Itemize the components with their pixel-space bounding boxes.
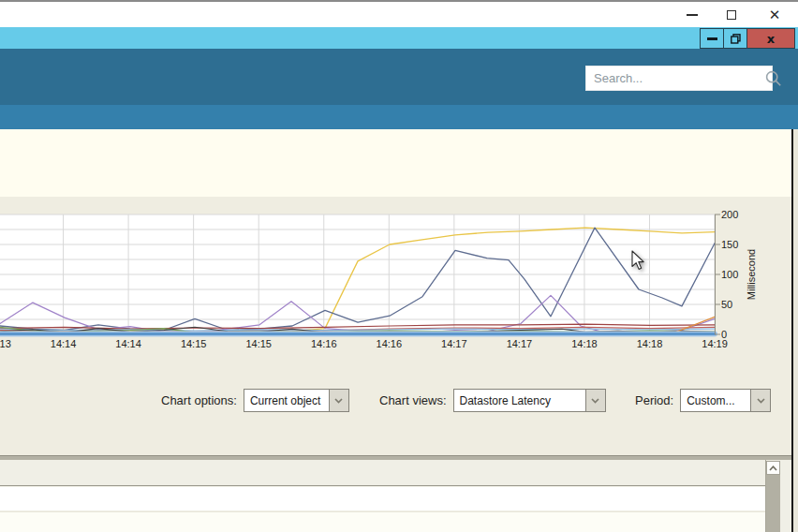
session-window-controls: x: [700, 28, 795, 49]
details-panel: [0, 460, 791, 532]
period-value: Custom...: [681, 390, 750, 411]
x-tick-label: 14:14: [51, 338, 77, 349]
search-box: [585, 66, 773, 91]
session-close-button[interactable]: x: [747, 29, 794, 48]
chart-views-select[interactable]: Datastore Latency: [453, 389, 606, 412]
search-icon[interactable]: [764, 69, 783, 88]
chevron-down-icon[interactable]: [585, 390, 605, 411]
maximize-icon: [727, 10, 736, 20]
window-edge-margin: [793, 129, 798, 532]
y-axis-title: Millisecond: [746, 218, 761, 331]
y-tick-label: 200: [721, 209, 738, 220]
chart-views-value: Datastore Latency: [454, 390, 585, 411]
mouse-cursor: [631, 250, 645, 271]
minimize-icon: [707, 37, 717, 40]
y-tick-label: 150: [721, 239, 738, 250]
chart-options-group: Chart options: Current object: [161, 389, 349, 412]
screen: ✕ x: [0, 0, 798, 532]
y-tick-label: 100: [721, 269, 738, 280]
x-tick-label: 14:15: [245, 338, 272, 349]
x-tick-label: 14:16: [377, 338, 403, 349]
outer-titlebar: ✕: [0, 2, 798, 27]
period-select[interactable]: Custom...: [680, 389, 771, 412]
nav-bar: [0, 105, 798, 129]
minimize-icon: [687, 14, 698, 16]
x-tick-label: 14:17: [507, 338, 533, 349]
y-tick-label: 50: [721, 299, 732, 310]
session-titlebar: x: [0, 27, 798, 49]
app-header: [0, 49, 798, 105]
chevron-down-icon[interactable]: [329, 390, 348, 411]
chevron-down-icon[interactable]: [750, 390, 770, 411]
latency-chart-svg: [0, 214, 798, 334]
content-canvas: [0, 129, 791, 197]
details-row: [0, 511, 765, 532]
session-minimize-button[interactable]: [701, 29, 724, 48]
outer-minimize-button[interactable]: [676, 2, 708, 27]
chart-options-value: Current object: [244, 390, 329, 411]
restore-icon: [731, 34, 741, 44]
chevron-up-icon: [769, 466, 777, 471]
details-header-row: [0, 460, 765, 486]
x-tick-label: 14:18: [637, 338, 663, 349]
close-icon: ✕: [769, 7, 781, 22]
outer-close-button[interactable]: ✕: [759, 2, 791, 27]
chart-options-select[interactable]: Current object: [244, 389, 349, 412]
chart-views-label: Chart views:: [379, 393, 447, 407]
period-group: Period: Custom...: [635, 389, 771, 412]
session-restore-button[interactable]: [724, 29, 747, 48]
search-input[interactable]: [586, 71, 764, 85]
scroll-up-button[interactable]: [766, 461, 780, 475]
x-tick-label: 14:15: [181, 338, 207, 349]
x-tick-label: 14:14: [115, 338, 141, 349]
x-tick-label: 14:17: [441, 338, 467, 349]
outer-maximize-button[interactable]: [716, 2, 747, 27]
performance-chart: 050100150200 14:1314:1414:1414:1514:1514…: [0, 214, 791, 355]
chart-views-group: Chart views: Datastore Latency: [379, 389, 606, 412]
details-row: [0, 487, 765, 510]
period-label: Period:: [635, 393, 673, 407]
x-tick-label: 14:18: [571, 338, 598, 349]
x-tick-label: 14:16: [311, 338, 337, 349]
close-icon: x: [767, 33, 775, 45]
x-tick-label: 14:13: [0, 338, 11, 349]
x-tick-label: 14:19: [702, 338, 728, 349]
chart-options-label: Chart options:: [161, 393, 237, 407]
scrollbar-thumb[interactable]: [766, 475, 780, 532]
